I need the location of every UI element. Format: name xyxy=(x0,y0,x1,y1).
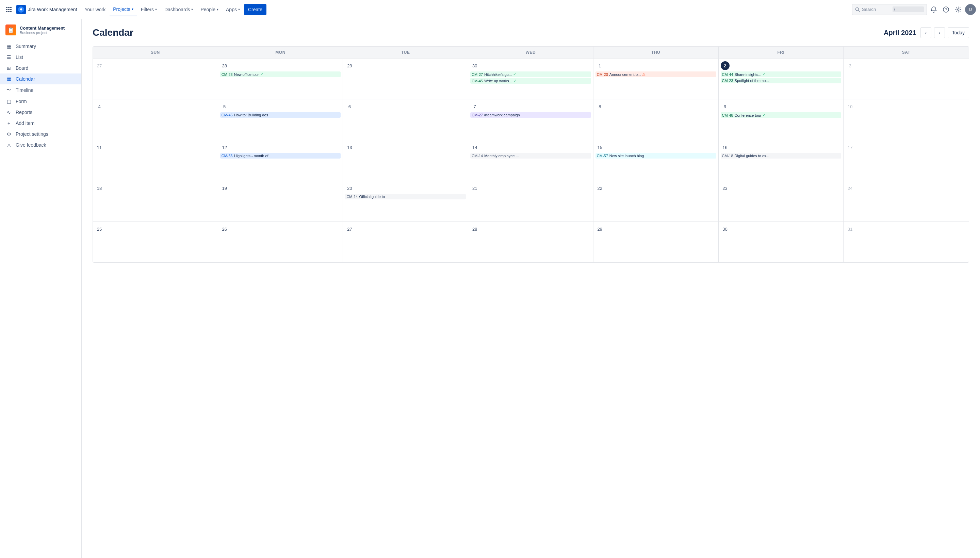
calendar-cell[interactable]: 28CM-23New office tour✓ xyxy=(218,58,343,99)
calendar-cell[interactable]: 18 xyxy=(93,181,218,222)
sidebar-item-timeline[interactable]: 〜 Timeline xyxy=(0,84,81,96)
calendar-date: 20 xyxy=(345,184,354,192)
sidebar-item-calendar[interactable]: ▦ Calendar xyxy=(0,74,81,84)
calendar-event[interactable]: CM-23Spotlight of the mo... xyxy=(721,78,842,84)
sidebar-item-form[interactable]: ◫ Form xyxy=(0,96,81,107)
calendar-cell[interactable]: 13 xyxy=(343,140,468,181)
calendar-event[interactable]: CM-23New office tour✓ xyxy=(220,71,341,77)
calendar-cell[interactable]: 25 xyxy=(93,222,218,262)
sidebar-item-add-item[interactable]: + Add item xyxy=(0,118,81,129)
calendar-cell[interactable]: 27 xyxy=(343,222,468,262)
calendar-date: 16 xyxy=(721,143,730,152)
dashboards-nav[interactable]: Dashboards ▾ xyxy=(161,3,197,16)
create-button[interactable]: Create xyxy=(244,4,266,15)
people-nav[interactable]: People ▾ xyxy=(197,3,222,16)
main-layout: 📋 Content Management Business project ▦ … xyxy=(0,19,980,558)
calendar-event[interactable]: CM-44Share insights...✓ xyxy=(721,71,842,77)
people-chevron-icon: ▾ xyxy=(217,8,218,11)
your-work-nav[interactable]: Your work xyxy=(81,3,109,16)
calendar-cell[interactable]: 4 xyxy=(93,99,218,140)
calendar-event[interactable]: CM-27#teamwork campaign xyxy=(470,112,591,118)
main-content: Calendar April 2021 ‹ › Today SUN MON TU… xyxy=(82,19,980,558)
calendar-cell[interactable]: 3 xyxy=(844,58,969,99)
calendar-date: 14 xyxy=(470,143,479,152)
calendar-date: 17 xyxy=(845,143,854,152)
calendar-event[interactable]: CM-27Hitchhiker's gu...✓ xyxy=(470,71,591,77)
calendar-event[interactable]: CM-48Conference tour✓ xyxy=(721,112,842,118)
calendar-date: 13 xyxy=(345,143,354,152)
svg-text:?: ? xyxy=(945,8,947,11)
add-item-icon: + xyxy=(5,120,12,126)
sidebar-item-list[interactable]: ☰ List xyxy=(0,52,81,62)
calendar-grid: SUN MON TUE WED THU FRI SAT 2728CM-23New… xyxy=(92,46,969,263)
app-logo[interactable]: Jira Work Management xyxy=(16,5,77,14)
top-navigation: Jira Work Management Your work Projects … xyxy=(0,0,980,19)
calendar-cell[interactable]: 17 xyxy=(844,140,969,181)
calendar-cell[interactable]: 12CM-56Highlights - month of xyxy=(218,140,343,181)
calendar-cell[interactable]: 11 xyxy=(93,140,218,181)
svg-rect-8 xyxy=(10,11,11,12)
calendar-cell[interactable]: 16CM-18Digital guides to ex... xyxy=(719,140,844,181)
apps-nav[interactable]: Apps ▾ xyxy=(223,3,243,16)
calendar-cell[interactable]: 30 xyxy=(719,222,844,262)
calendar-event[interactable]: CM-45How to: Building des xyxy=(220,112,341,118)
calendar-cell[interactable]: 27 xyxy=(93,58,218,99)
today-button[interactable]: Today xyxy=(948,27,969,38)
calendar-cell[interactable]: 21 xyxy=(468,181,593,222)
calendar-cell[interactable]: 15CM-57New site launch blog xyxy=(593,140,719,181)
next-month-button[interactable]: › xyxy=(934,27,945,38)
calendar-date: 3 xyxy=(845,61,854,70)
sidebar-item-reports[interactable]: ∿ Reports xyxy=(0,107,81,118)
calendar-cell[interactable]: 29 xyxy=(593,222,719,262)
calendar-event[interactable]: CM-45Write up works...✓ xyxy=(470,78,591,84)
calendar-date: 30 xyxy=(470,61,479,70)
filters-nav[interactable]: Filters ▾ xyxy=(138,3,160,16)
calendar-cell[interactable]: 7CM-27#teamwork campaign xyxy=(468,99,593,140)
calendar-cell[interactable]: 5CM-45How to: Building des xyxy=(218,99,343,140)
calendar-event[interactable]: CM-20Announcement b...⚠ xyxy=(596,71,716,77)
projects-nav[interactable]: Projects ▾ xyxy=(110,3,137,16)
day-header-sat: SAT xyxy=(844,47,969,58)
calendar-cell[interactable]: 23 xyxy=(719,181,844,222)
calendar-cell[interactable]: 1CM-20Announcement b...⚠ xyxy=(593,58,719,99)
settings-button[interactable] xyxy=(953,4,964,15)
calendar-cell[interactable]: 28 xyxy=(468,222,593,262)
day-header-thu: THU xyxy=(593,47,719,58)
sidebar-item-board[interactable]: ⊞ Board xyxy=(0,62,81,74)
calendar-event[interactable]: CM-18Digital guides to ex... xyxy=(721,153,842,159)
calendar-date: 15 xyxy=(596,143,604,152)
calendar-cell[interactable]: 29 xyxy=(343,58,468,99)
grid-menu-icon[interactable] xyxy=(4,5,14,14)
calendar-cell[interactable]: 19 xyxy=(218,181,343,222)
calendar-date: 23 xyxy=(721,184,730,192)
calendar-cell[interactable]: 20CM-14Official guide to xyxy=(343,181,468,222)
calendar-cell[interactable]: 22 xyxy=(593,181,719,222)
calendar-cell[interactable]: 10 xyxy=(844,99,969,140)
sidebar-item-project-settings[interactable]: ⚙ Project settings xyxy=(0,129,81,140)
search-box[interactable]: Search / xyxy=(852,4,927,15)
svg-rect-5 xyxy=(10,9,11,10)
project-settings-icon: ⚙ xyxy=(5,131,12,137)
calendar-event[interactable]: CM-57New site launch blog xyxy=(596,153,716,159)
calendar-cell[interactable]: 6 xyxy=(343,99,468,140)
calendar-cell[interactable]: 26 xyxy=(218,222,343,262)
sidebar-item-give-feedback[interactable]: ◬ Give feedback xyxy=(0,140,81,150)
calendar-cell[interactable]: 31 xyxy=(844,222,969,262)
calendar-cell[interactable]: 8 xyxy=(593,99,719,140)
calendar-cell[interactable]: 14CM-14Monthly employee ... xyxy=(468,140,593,181)
calendar-event[interactable]: CM-56Highlights - month of xyxy=(220,153,341,159)
prev-month-button[interactable]: ‹ xyxy=(921,27,931,38)
calendar-cell[interactable]: 9CM-48Conference tour✓ xyxy=(719,99,844,140)
calendar-date: 28 xyxy=(470,225,479,233)
calendar-icon: ▦ xyxy=(5,76,12,82)
calendar-cell[interactable]: 2CM-44Share insights...✓CM-23Spotlight o… xyxy=(719,58,844,99)
calendar-date: 31 xyxy=(845,225,854,233)
calendar-cell[interactable]: 24 xyxy=(844,181,969,222)
help-button[interactable]: ? xyxy=(941,4,951,15)
notifications-button[interactable] xyxy=(928,4,939,15)
calendar-event[interactable]: CM-14Monthly employee ... xyxy=(470,153,591,159)
calendar-cell[interactable]: 30CM-27Hitchhiker's gu...✓CM-45Write up … xyxy=(468,58,593,99)
user-avatar[interactable]: U xyxy=(965,4,976,15)
sidebar-item-summary[interactable]: ▦ Summary xyxy=(0,41,81,52)
calendar-event[interactable]: CM-14Official guide to xyxy=(345,194,466,199)
